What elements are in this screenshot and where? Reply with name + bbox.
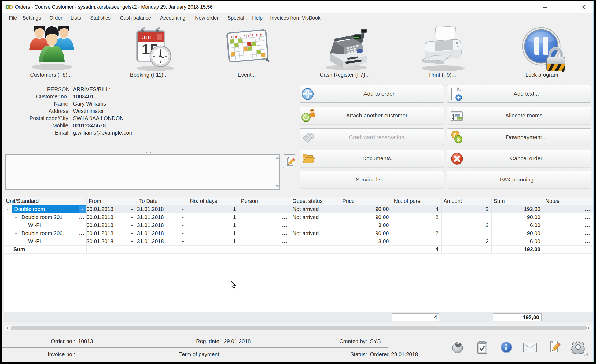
svg-text:g: g (256, 33, 258, 37)
svg-text:$: $ (457, 136, 460, 142)
svg-text:e: e (248, 34, 250, 37)
svg-text:h: h (260, 33, 262, 36)
svg-text:b: b (235, 35, 237, 38)
svg-text:c: c (239, 35, 241, 38)
svg-text:d: d (244, 34, 246, 38)
svg-text:JUL: JUL (142, 34, 153, 40)
